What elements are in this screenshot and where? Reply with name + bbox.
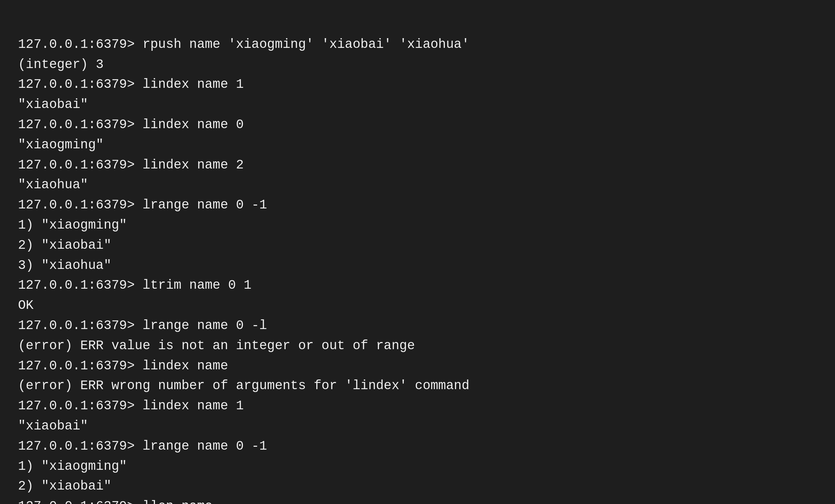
- terminal-line-19: "xiaobai": [18, 419, 88, 433]
- terminal-line-2: 127.0.0.1:6379> lindex name 1: [18, 77, 244, 92]
- terminal-line-0: 127.0.0.1:6379> rpush name 'xiaogming' '…: [18, 37, 469, 52]
- terminal-line-14: 127.0.0.1:6379> lrange name 0 -l: [18, 318, 267, 333]
- terminal-window[interactable]: 127.0.0.1:6379> rpush name 'xiaogming' '…: [0, 0, 835, 504]
- terminal-line-13: OK: [18, 298, 34, 313]
- terminal-line-16: 127.0.0.1:6379> lindex name: [18, 359, 228, 373]
- terminal-line-21: 1) "xiaogming": [18, 459, 127, 474]
- terminal-line-7: "xiaohua": [18, 177, 88, 192]
- terminal-line-18: 127.0.0.1:6379> lindex name 1: [18, 399, 244, 413]
- terminal-line-15: (error) ERR value is not an integer or o…: [18, 338, 415, 353]
- terminal-line-6: 127.0.0.1:6379> lindex name 2: [18, 158, 244, 172]
- terminal-line-9: 1) "xiaogming": [18, 218, 127, 233]
- terminal-line-17: (error) ERR wrong number of arguments fo…: [18, 378, 469, 393]
- terminal-line-11: 3) "xiaohua": [18, 258, 111, 273]
- terminal-line-23: 127.0.0.1:6379> llen name: [18, 499, 213, 504]
- terminal-line-5: "xiaogming": [18, 138, 104, 152]
- terminal-line-22: 2) "xiaobai": [18, 479, 111, 494]
- terminal-line-12: 127.0.0.1:6379> ltrim name 0 1: [18, 278, 251, 293]
- terminal-line-8: 127.0.0.1:6379> lrange name 0 -1: [18, 198, 267, 212]
- terminal-line-3: "xiaobai": [18, 97, 88, 112]
- terminal-line-1: (integer) 3: [18, 57, 104, 72]
- terminal-line-10: 2) "xiaobai": [18, 238, 111, 253]
- terminal-line-4: 127.0.0.1:6379> lindex name 0: [18, 117, 244, 132]
- terminal-line-20: 127.0.0.1:6379> lrange name 0 -1: [18, 439, 267, 454]
